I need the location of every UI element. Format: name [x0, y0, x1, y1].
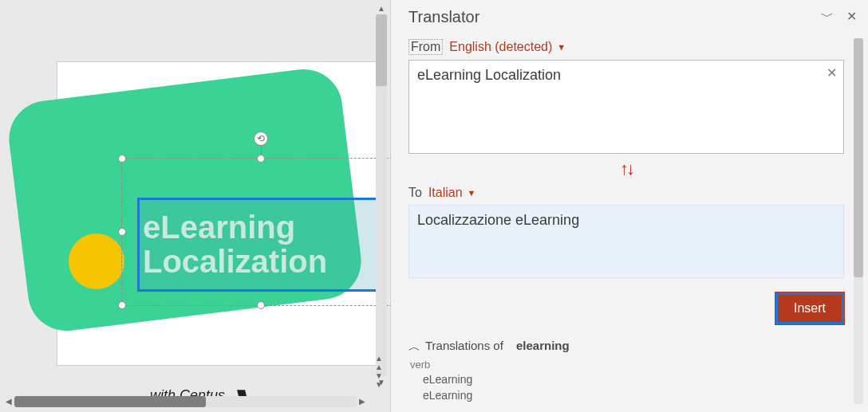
- dict-item[interactable]: eLearning: [423, 388, 844, 404]
- source-text-box[interactable]: eLearning Localization ✕: [408, 60, 844, 154]
- right-vertical-scrollbar[interactable]: [854, 38, 863, 404]
- dictionary-section: ︿ Translations of elearning verb eLearni…: [408, 339, 844, 403]
- prev-slide-button-2[interactable]: ▲: [373, 363, 385, 371]
- resize-handle-bc[interactable]: [257, 301, 265, 309]
- pane-close-button[interactable]: ✕: [846, 9, 857, 26]
- slide-title-text[interactable]: eLearning Localization: [140, 210, 327, 279]
- next-slide-button[interactable]: ▼: [373, 372, 385, 380]
- resize-handle-tl[interactable]: [118, 155, 126, 163]
- translator-pane: Translator ﹀ ✕ From English (detected) ▼…: [391, 0, 868, 412]
- title-text-frame[interactable]: eLearning Localization: [137, 198, 385, 292]
- slide-canvas-pane: ⟲ eLearning Localization: [0, 0, 391, 412]
- yellow-circle-shape[interactable]: [69, 233, 124, 289]
- pane-header: Translator ﹀ ✕: [391, 0, 868, 33]
- pane-title: Translator: [408, 8, 479, 26]
- to-language-selector[interactable]: Italian ▼: [428, 186, 476, 200]
- title-line-1: eLearning: [143, 210, 295, 245]
- title-line-2: Localization: [143, 244, 327, 279]
- resize-handle-ml[interactable]: [118, 228, 126, 236]
- swap-languages-button[interactable]: ↑↓: [408, 159, 844, 179]
- dict-item[interactable]: eLearning: [423, 372, 844, 388]
- from-language-value: English (detected): [449, 40, 552, 54]
- left-vertical-scrollbar[interactable]: ▲ ▼: [376, 3, 387, 388]
- to-label: To: [408, 186, 422, 200]
- slide-nav-buttons: ▲ ▲ ▼ ▼: [373, 354, 385, 390]
- pane-body: From English (detected) ▼ eLearning Loca…: [391, 33, 868, 412]
- scroll-thumb[interactable]: [854, 38, 863, 277]
- to-row: To Italian ▼: [408, 186, 844, 200]
- insert-button-label: Insert: [794, 301, 826, 315]
- rotate-handle[interactable]: ⟲: [254, 131, 268, 146]
- left-horizontal-scrollbar[interactable]: ◀ ▶: [3, 396, 368, 407]
- source-text: eLearning Localization: [417, 67, 561, 83]
- dictionary-heading[interactable]: ︿ Translations of elearning: [408, 339, 844, 354]
- clear-source-button[interactable]: ✕: [827, 65, 837, 80]
- scroll-thumb[interactable]: [376, 14, 387, 86]
- slide-canvas[interactable]: ⟲ eLearning Localization: [6, 6, 372, 389]
- to-language-value: Italian: [428, 186, 463, 200]
- dict-keyword: elearning: [516, 339, 570, 352]
- next-slide-button-2[interactable]: ▼: [373, 381, 385, 389]
- resize-handle-bl[interactable]: [118, 301, 126, 309]
- dict-heading-prefix: Translations of: [425, 339, 503, 352]
- from-label: From: [408, 39, 443, 55]
- hscroll-thumb[interactable]: [14, 396, 206, 407]
- resize-handle-tc[interactable]: [257, 155, 265, 163]
- insert-button[interactable]: Insert: [775, 292, 844, 324]
- scroll-right-button[interactable]: ▶: [357, 396, 368, 407]
- slide[interactable]: ⟲ eLearning Localization: [57, 62, 377, 365]
- collapse-icon: ︿: [408, 339, 420, 355]
- target-text-box[interactable]: Localizzazione eLearning: [408, 205, 844, 278]
- prev-slide-button[interactable]: ▲: [373, 355, 385, 363]
- scroll-left-button[interactable]: ◀: [3, 396, 14, 407]
- target-text: Localizzazione eLearning: [417, 212, 579, 228]
- scroll-up-button[interactable]: ▲: [376, 3, 387, 14]
- dict-part-of-speech: verb: [410, 359, 844, 371]
- pane-collapse-button[interactable]: ﹀: [821, 9, 834, 26]
- chevron-down-icon: ▼: [557, 42, 566, 52]
- from-language-selector[interactable]: English (detected) ▼: [449, 40, 566, 54]
- chevron-down-icon: ▼: [468, 188, 476, 198]
- from-row: From English (detected) ▼: [408, 39, 844, 55]
